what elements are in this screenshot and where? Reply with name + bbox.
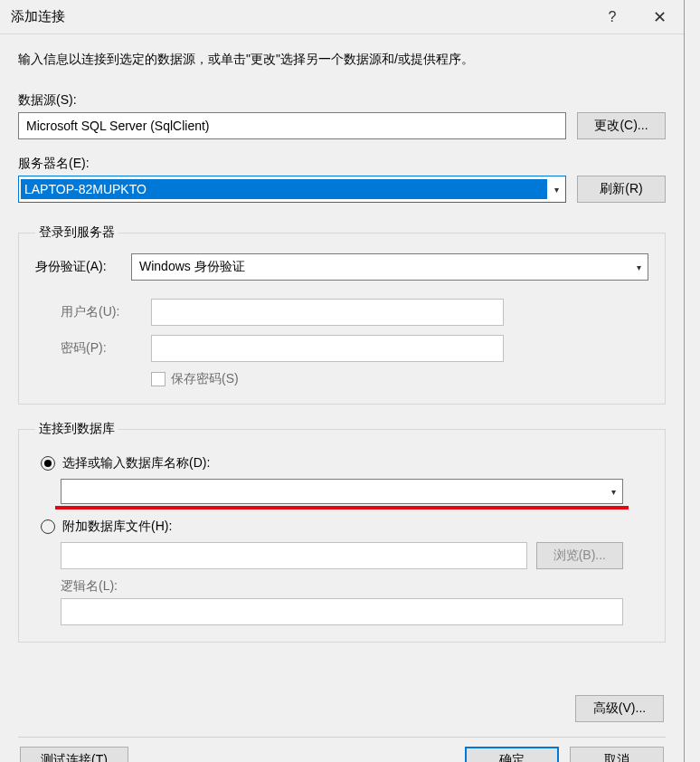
server-name-combo[interactable]: LAPTOP-82MUPKTO ▾	[18, 176, 566, 203]
annotation-underline	[55, 506, 629, 510]
password-label: 密码(P):	[61, 340, 151, 357]
advanced-button[interactable]: 高级(V)...	[575, 695, 664, 722]
auth-label: 身份验证(A):	[35, 259, 120, 275]
instruction-text: 输入信息以连接到选定的数据源，或单击"更改"选择另一个数据源和/或提供程序。	[18, 49, 666, 69]
database-legend: 连接到数据库	[35, 421, 118, 437]
server-name-label: 服务器名(E):	[18, 156, 666, 172]
database-fieldset: 连接到数据库 选择或输入数据库名称(D): ▾ 附加数据库文件(H): 浏览(B…	[18, 421, 666, 643]
attach-db-radio[interactable]	[41, 519, 55, 534]
test-connection-button[interactable]: 测试连接(T)	[20, 747, 128, 762]
cancel-button[interactable]: 取消	[570, 747, 664, 762]
username-label: 用户名(U):	[61, 304, 151, 320]
save-password-checkbox	[151, 372, 166, 386]
titlebar: 添加连接 ? ✕	[0, 0, 684, 34]
login-fieldset: 登录到服务器 身份验证(A): Windows 身份验证 ▾ 用户名(U): 密…	[18, 224, 666, 405]
auth-value: Windows 身份验证	[132, 259, 629, 275]
chevron-down-icon: ▾	[604, 487, 622, 497]
database-name-combo[interactable]: ▾	[61, 479, 623, 504]
select-db-radio[interactable]	[41, 456, 55, 471]
dialog-body: 输入信息以连接到选定的数据源，或单击"更改"选择另一个数据源和/或提供程序。 数…	[0, 34, 684, 762]
server-name-value: LAPTOP-82MUPKTO	[21, 179, 547, 199]
auth-combo[interactable]: Windows 身份验证 ▾	[131, 253, 648, 281]
add-connection-dialog: 添加连接 ? ✕ 输入信息以连接到选定的数据源，或单击"更改"选择另一个数据源和…	[0, 0, 685, 762]
chevron-down-icon: ▾	[629, 262, 648, 272]
data-source-input	[18, 112, 566, 139]
username-input	[151, 299, 504, 326]
select-db-label: 选择或输入数据库名称(D):	[62, 455, 210, 471]
divider	[18, 737, 666, 738]
dialog-footer: 测试连接(T) 确定 取消	[18, 747, 666, 762]
close-button[interactable]: ✕	[635, 0, 684, 34]
save-password-label: 保存密码(S)	[171, 371, 239, 387]
ok-button[interactable]: 确定	[465, 747, 559, 762]
change-button[interactable]: 更改(C)...	[577, 112, 666, 139]
help-button[interactable]: ?	[590, 0, 635, 34]
logical-name-input	[61, 598, 623, 625]
attach-db-label: 附加数据库文件(H):	[62, 519, 172, 535]
browse-button: 浏览(B)...	[536, 542, 623, 569]
attach-file-input	[61, 542, 527, 569]
password-input	[151, 335, 504, 362]
login-legend: 登录到服务器	[35, 224, 118, 241]
logical-name-label: 逻辑名(L):	[61, 578, 623, 595]
chevron-down-icon: ▾	[547, 185, 565, 195]
refresh-button[interactable]: 刷新(R)	[577, 176, 666, 203]
dialog-title: 添加连接	[11, 8, 590, 25]
data-source-label: 数据源(S):	[18, 92, 666, 109]
